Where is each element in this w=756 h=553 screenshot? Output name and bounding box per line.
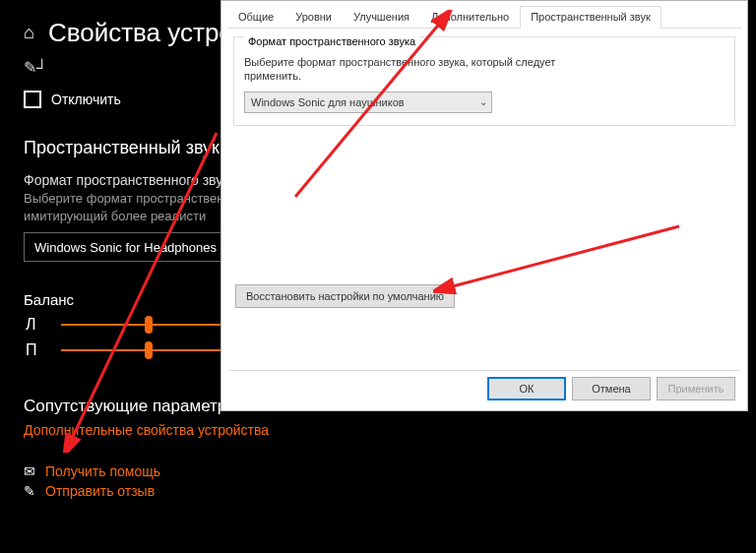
tab-bar: Общие Уровни Улучшения Дополнительно Про… xyxy=(227,5,741,29)
balance-left-label: Л xyxy=(26,316,45,334)
related-link[interactable]: Дополнительные свойства устройства xyxy=(0,416,756,438)
sound-properties-dialog: Общие Уровни Улучшения Дополнительно Про… xyxy=(220,0,748,411)
help-link: Получить помощь xyxy=(45,463,160,479)
ok-button[interactable]: ОК xyxy=(487,377,566,400)
help-icon: ✉ xyxy=(24,463,35,479)
tab-advanced[interactable]: Дополнительно xyxy=(420,6,520,29)
restore-defaults-button[interactable]: Восстановить настройки по умолчанию xyxy=(235,284,455,308)
combo-value: Windows Sonic для наушников xyxy=(251,96,405,108)
tab-general[interactable]: Общие xyxy=(227,6,284,29)
apply-button[interactable]: Применить xyxy=(657,377,735,400)
feedback-link: Отправить отзыв xyxy=(45,483,155,499)
balance-left-slider[interactable] xyxy=(61,324,228,326)
spatial-format-combo[interactable]: Windows Sonic для наушников ⌄ xyxy=(244,92,492,113)
slider-thumb[interactable] xyxy=(145,316,153,334)
dialog-buttons: ОК Отмена Применить xyxy=(487,377,735,400)
help-row[interactable]: ✉ Получить помощь xyxy=(0,460,756,479)
slider-thumb[interactable] xyxy=(145,341,153,359)
panel-desc: Выберите формат пространственного звука,… xyxy=(244,55,559,84)
feedback-icon: ✎ xyxy=(24,483,35,499)
feedback-row[interactable]: ✎ Отправить отзыв xyxy=(0,479,756,499)
balance-right-label: П xyxy=(26,341,45,359)
cancel-button[interactable]: Отмена xyxy=(572,377,651,400)
tab-spatial[interactable]: Пространственный звук xyxy=(520,6,662,29)
spatial-dropdown-value: Windows Sonic for Headphones xyxy=(34,240,217,255)
disable-checkbox[interactable] xyxy=(24,91,41,108)
panel-title: Формат пространственного звука xyxy=(244,35,419,47)
separator xyxy=(229,370,739,371)
page-title: Свойства устрой xyxy=(48,18,247,48)
tab-levels[interactable]: Уровни xyxy=(284,6,343,29)
chevron-down-icon: ⌄ xyxy=(479,96,487,107)
home-icon[interactable]: ⌂ xyxy=(24,23,34,43)
balance-right-slider[interactable] xyxy=(61,349,228,351)
disable-label: Отключить xyxy=(51,92,121,107)
tab-enhancements[interactable]: Улучшения xyxy=(343,6,420,29)
spatial-panel: Формат пространственного звука Выберите … xyxy=(233,36,735,126)
